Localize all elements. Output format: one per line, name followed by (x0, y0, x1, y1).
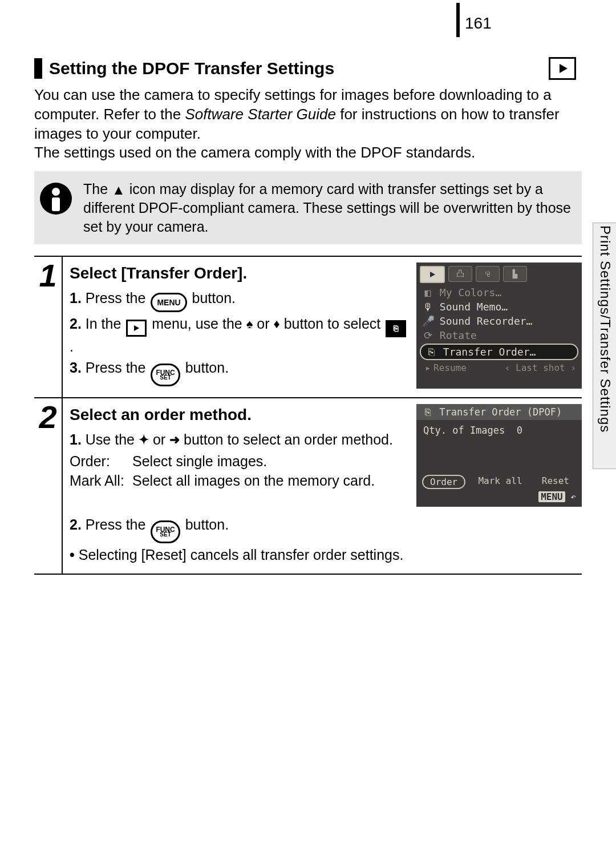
lcd-screenshot-2: ⎘ Transfer Order (DPOF) Qty. of Images 0… (416, 404, 582, 507)
step-1-title: Select [Transfer Order]. (70, 263, 408, 284)
s1i2e: . (70, 338, 74, 354)
s2i1a: Use the (86, 431, 139, 447)
s2i2b: button. (185, 516, 229, 532)
note-post: icon may display for a memory card with … (83, 181, 571, 235)
note-box: The ▲ icon may display for a memory card… (34, 171, 582, 244)
step-1-sub-2: 2. In the menu, use the ♠ or ♦ button to… (70, 314, 408, 356)
page-number: 161 (465, 14, 492, 33)
info-icon (40, 183, 72, 215)
intro-line3: The settings used on the camera comply w… (34, 144, 475, 161)
step-2-sub-2: 2. Press the FUNC SET button. (70, 515, 582, 543)
lcd2-markall-button: Mark all (471, 475, 529, 489)
lcd-item-sound-recorder: 🎤 Sound Recorder… (416, 314, 582, 328)
lcd2-reset-button: Reset (535, 475, 576, 489)
chapter-tab-label: Print Settings/Transfer Settings (597, 225, 613, 465)
intro-italic: Software Starter Guide (185, 106, 335, 123)
s1i1a: Press the (86, 290, 150, 306)
s2-num-1: 1. (70, 431, 82, 447)
sub-num-2: 2. (70, 316, 82, 332)
s1i1b: button. (192, 290, 236, 306)
right-arrow-icon: ➜ (169, 433, 180, 447)
step-1-sub-1: 1. Press the MENU button. (70, 289, 408, 312)
s2i2a: Press the (86, 516, 150, 532)
def-markall-term: Mark All: (70, 471, 132, 491)
lcd2-button-row: Order Mark all Reset (416, 473, 582, 491)
lcd-footer: ▸Resume ‹ Last shot › (416, 361, 582, 374)
def-markall: Mark All: Select all images on the memor… (70, 471, 408, 491)
step-1-num-cell: 1 (34, 257, 63, 397)
page-number-tick (456, 3, 460, 37)
sub-num-1: 1. (70, 290, 82, 306)
transfer-order-icon: ⎘ (386, 320, 406, 337)
s1i2b: menu, use the (152, 316, 246, 332)
intro-text: You can use the camera to specify settin… (34, 86, 582, 163)
s2i1c: button to select an order method. (184, 431, 393, 447)
left-arrow-icon: ✦ (139, 433, 149, 447)
lcd2-body: Qty. of Images 0 (416, 420, 582, 473)
def-order-desc: Select single images. (132, 452, 408, 471)
sub-num-3: 3. (70, 360, 82, 376)
lcd2-menu-hint: MENU ↶ (416, 491, 582, 503)
step-1-number: 1 (39, 260, 56, 397)
note-pre: The (83, 181, 112, 197)
step-1-sub-3: 3. Press the FUNC SET button. (70, 358, 408, 386)
s1i3a: Press the (86, 360, 150, 376)
step-2-number: 2 (39, 401, 56, 574)
s1i2c: or (257, 316, 273, 332)
lcd2-qty-label: Qty. of Images (423, 425, 505, 436)
step-2-title: Select an order method. (70, 404, 408, 426)
title-bar (34, 58, 42, 79)
lcd-tab-print: 凸 (448, 266, 472, 282)
s1i3b: button. (185, 360, 229, 376)
func-bot: SET (160, 375, 171, 381)
lcd-tab-play (420, 266, 445, 283)
lcd-screenshot-1: 凸 ꄗ ▙ ◧ My Colors… 🎙 Sound Memo… 🎤 Sound… (416, 263, 582, 389)
play-triangle-icon (560, 64, 568, 73)
lcd-item-transfer-order: ⎘ Transfer Order… (420, 344, 578, 360)
lcd2-qty-value: 0 (517, 425, 522, 436)
func-set-button-icon-2: FUNC SET (151, 520, 180, 543)
playback-menu-icon (126, 320, 147, 337)
func-set-button-icon: FUNC SET (151, 364, 180, 386)
def-order: Order: Select single images. (70, 452, 408, 471)
step-2-sub-1: 1. Use the ✦ or ➜ button to select an or… (70, 430, 408, 450)
warning-triangle-icon: ▲ (112, 181, 125, 199)
step-2-block: 2 Select an order method. 1. Use the ✦ o… (34, 397, 582, 575)
s2i1b: or (153, 431, 169, 447)
lcd2-title: ⎘ Transfer Order (DPOF) (416, 404, 582, 420)
lcd-item-my-colors: ◧ My Colors… (416, 285, 582, 300)
lcd-item-rotate: ⟳ Rotate (416, 328, 582, 342)
lcd-tab-mycam: ▙ (503, 266, 527, 282)
def-markall-desc: Select all images on the memory card. (132, 471, 408, 491)
s2-num-2: 2. (70, 516, 82, 532)
up-arrow-icon: ♠ (246, 317, 253, 331)
step-2-num-cell: 2 (34, 398, 63, 574)
step-2-bullet: Selecting [Reset] cancels all transfer o… (70, 546, 582, 565)
s1i2d: button to select (284, 316, 385, 332)
step-1-block: 1 Select [Transfer Order]. 1. Press the … (34, 256, 582, 397)
def-order-term: Order: (70, 452, 132, 471)
section-title: Setting the DPOF Transfer Settings (49, 59, 549, 78)
func-bot-2: SET (160, 532, 171, 538)
section-title-row: Setting the DPOF Transfer Settings (34, 57, 582, 80)
lcd-item-sound-memo: 🎙 Sound Memo… (416, 300, 582, 314)
note-text: The ▲ icon may display for a memory card… (83, 180, 573, 236)
down-arrow-icon: ♦ (273, 317, 279, 331)
s1i2a: In the (86, 316, 125, 332)
menu-button-icon: MENU (151, 293, 187, 312)
lcd-tab-setup: ꄗ (476, 266, 500, 282)
playback-mode-icon (549, 57, 576, 80)
lcd2-order-button: Order (422, 475, 465, 489)
